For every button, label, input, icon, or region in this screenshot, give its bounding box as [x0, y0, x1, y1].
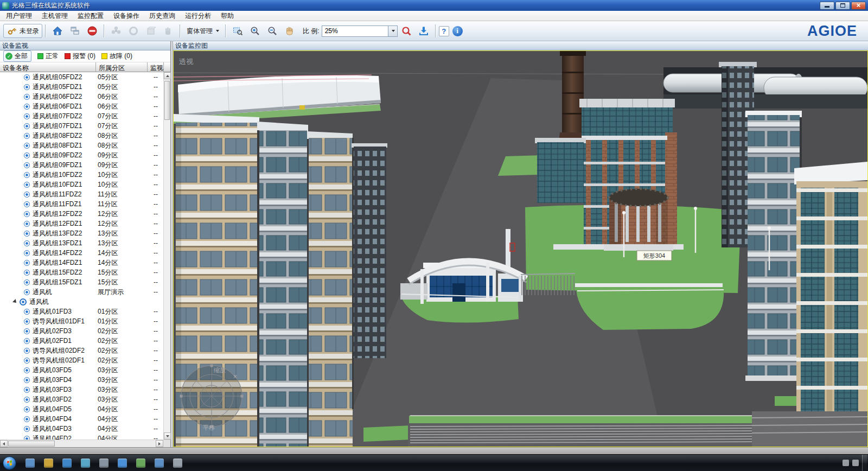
device-filter-3[interactable]: 报警 (0) [65, 52, 95, 61]
device-row[interactable]: 通风机组12FDZ212分区-- [0, 209, 163, 219]
device-row[interactable]: 通风机03FD203分区-- [0, 394, 163, 404]
region-zoom-button[interactable] [229, 24, 246, 38]
ring-tool-button[interactable] [125, 24, 142, 38]
box-tool-button[interactable] [142, 24, 159, 38]
device-row[interactable]: 通风机组10FDZ210分区-- [0, 170, 163, 180]
stop-button[interactable] [84, 24, 101, 38]
device-row[interactable]: 诱导风机组01DF101分区-- [0, 316, 163, 326]
help-button[interactable] [439, 26, 449, 36]
device-row[interactable]: 诱导风机组02DF102分区-- [0, 355, 163, 365]
device-filter-1[interactable]: 全部 [3, 50, 31, 62]
taskbar-app-9[interactable] [168, 456, 187, 470]
device-row[interactable]: 通风机03FD303分区-- [0, 385, 163, 394]
device-group-row[interactable]: 通风机 [0, 297, 163, 307]
device-row[interactable]: 通风机04FD204分区-- [0, 434, 163, 440]
horizontal-scroll-thumb[interactable] [8, 441, 55, 447]
device-row[interactable]: 通风机组08FDZ208分区-- [0, 131, 163, 141]
menu-item[interactable]: 设备操作 [108, 10, 144, 22]
device-row[interactable]: 通风机组12FDZ112分区-- [0, 219, 163, 228]
export-button[interactable] [415, 24, 432, 38]
device-row[interactable]: 通风机03FD403分区-- [0, 375, 163, 385]
device-row[interactable]: 通风机组06FDZ106分区-- [0, 101, 163, 111]
window-manage-button[interactable]: 窗体管理 [183, 25, 222, 37]
close-button[interactable] [851, 2, 866, 10]
scale-combobox[interactable]: 25% [322, 26, 398, 37]
map-viewport[interactable]: 矩形304 缩放 [173, 50, 868, 447]
scale-dropdown-button[interactable] [388, 26, 397, 36]
device-row[interactable]: 通风机组06FDZ206分区-- [0, 92, 163, 101]
scroll-left-button[interactable] [0, 440, 8, 447]
device-row[interactable]: 通风机组13FDZ213分区-- [0, 228, 163, 238]
device-row[interactable]: 通风机组07FDZ207分区-- [0, 111, 163, 121]
scroll-up-button[interactable] [164, 72, 171, 79]
device-row[interactable]: 通风机组09FDZ109分区-- [0, 160, 163, 170]
menu-item[interactable]: 历史查询 [144, 10, 180, 22]
taskbar-app-3[interactable] [58, 456, 76, 470]
zoom-in-button[interactable] [246, 24, 264, 38]
device-row[interactable]: 通风机组14FDZ114分区-- [0, 258, 163, 268]
fan-tool-button[interactable] [107, 24, 125, 38]
device-row[interactable]: 通风机组14FDZ214分区-- [0, 248, 163, 258]
device-status: -- [148, 425, 163, 432]
device-row[interactable]: 通风机01FD301分区-- [0, 307, 163, 316]
device-row[interactable]: 诱导风机组02DF202分区-- [0, 346, 163, 355]
device-row[interactable]: 通风机04FD504分区-- [0, 404, 163, 414]
home-button[interactable] [49, 24, 66, 38]
device-row[interactable]: 通风机组09FDZ209分区-- [0, 150, 163, 160]
taskbar-app-7[interactable] [131, 456, 150, 470]
scene-3d-view[interactable]: 矩形304 缩放 [174, 51, 867, 447]
start-button[interactable] [3, 456, 16, 470]
show-desktop-button[interactable] [862, 455, 867, 471]
device-filter-2[interactable]: 正常 [37, 52, 59, 61]
device-filter-4[interactable]: 故障 (0) [101, 52, 132, 61]
device-row[interactable]: 通风机组11FDZ211分区-- [0, 189, 163, 199]
menu-item[interactable]: 监控配置 [73, 10, 108, 22]
taskbar-app-1[interactable] [21, 456, 39, 470]
device-row[interactable]: 通风机04FD304分区-- [0, 424, 163, 434]
vertical-scroll-thumb[interactable] [164, 81, 170, 120]
taskbar-app-2[interactable] [39, 456, 58, 470]
minimize-button[interactable] [820, 2, 834, 10]
device-row[interactable]: 通风机组05FDZ105分区-- [0, 82, 163, 92]
device-row[interactable]: 通风机组15FDZ215分区-- [0, 268, 163, 277]
menu-item[interactable]: 帮助 [216, 10, 239, 22]
device-row[interactable]: 通风机组05FDZ205分区-- [0, 72, 163, 82]
info-button[interactable] [452, 26, 463, 36]
column-header[interactable]: 设备名称 [0, 62, 96, 72]
device-row[interactable]: 通风机组15FDZ115分区-- [0, 277, 163, 287]
cascade-windows-button[interactable] [66, 24, 84, 38]
maximize-button[interactable] [835, 2, 850, 10]
taskbar-app-8[interactable] [150, 456, 168, 470]
device-row[interactable]: 通风机02FD102分区-- [0, 336, 163, 346]
device-row[interactable]: 通风机组08FDZ108分区-- [0, 141, 163, 150]
tray-icon[interactable] [852, 460, 859, 466]
device-row[interactable]: 通风机03FD503分区-- [0, 365, 163, 375]
compass-close-icon[interactable]: × [233, 373, 237, 380]
device-row[interactable]: 通风机组07FDZ107分区-- [0, 121, 163, 131]
vertical-scrollbar[interactable] [163, 72, 170, 440]
column-header[interactable]: 所属分区 [96, 62, 148, 72]
pan-button[interactable] [281, 24, 298, 38]
taskbar-app-4[interactable] [76, 456, 94, 470]
scroll-right-button[interactable] [156, 440, 163, 447]
taskbar-app-5[interactable] [94, 456, 113, 470]
menu-item[interactable]: 用户管理 [1, 10, 37, 22]
device-row[interactable]: 通风机展厅演示-- [0, 287, 163, 297]
device-row[interactable]: 通风机组10FDZ110分区-- [0, 180, 163, 189]
menu-item[interactable]: 主机管理 [37, 10, 73, 22]
device-row[interactable]: 通风机02FD302分区-- [0, 326, 163, 336]
red-zoom-button[interactable] [398, 24, 415, 38]
tray-icon[interactable] [843, 460, 849, 466]
menu-item[interactable]: 运行分析 [180, 10, 216, 22]
scroll-down-button[interactable] [164, 432, 171, 440]
device-row[interactable]: 通风机组11FDZ111分区-- [0, 199, 163, 209]
device-row[interactable]: 通风机04FD404分区-- [0, 414, 163, 424]
grab-tool-button[interactable] [159, 24, 177, 38]
horizontal-scrollbar[interactable] [0, 440, 170, 447]
login-button[interactable]: 未登录 [3, 24, 42, 38]
device-row[interactable]: 通风机组13FDZ113分区-- [0, 238, 163, 248]
column-header[interactable]: 监视 [148, 62, 164, 72]
tree-expander-icon[interactable] [12, 299, 18, 304]
zoom-out-button[interactable] [264, 24, 281, 38]
taskbar-app-6[interactable] [113, 456, 131, 470]
